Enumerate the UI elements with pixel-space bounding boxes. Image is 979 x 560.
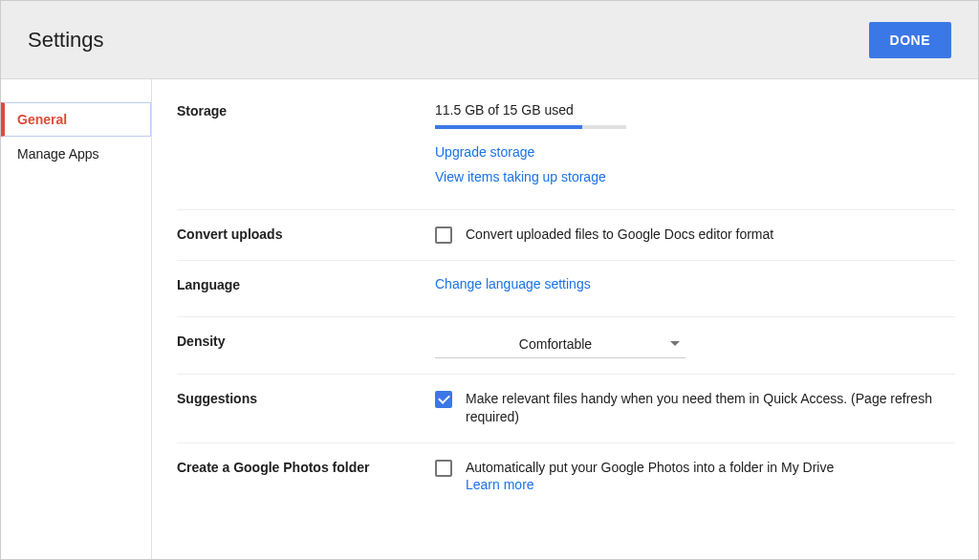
section-convert-uploads: Convert uploads Convert uploaded files t… xyxy=(177,210,955,261)
section-google-photos: Create a Google Photos folder Automatica… xyxy=(177,443,955,518)
photos-desc: Automatically put your Google Photos int… xyxy=(466,459,834,478)
settings-header: Settings DONE xyxy=(1,1,978,79)
photos-learn-more-link[interactable]: Learn more xyxy=(466,477,534,492)
storage-usage-text: 11.5 GB of 15 GB used xyxy=(435,102,955,118)
storage-progress-fill xyxy=(435,125,582,129)
suggestions-desc: Make relevant files handy when you need … xyxy=(466,390,955,427)
section-suggestions: Suggestions Make relevant files handy wh… xyxy=(177,375,955,443)
view-items-storage-link[interactable]: View items taking up storage xyxy=(435,169,955,184)
section-storage: Storage 11.5 GB of 15 GB used Upgrade st… xyxy=(177,102,955,210)
photos-label: Create a Google Photos folder xyxy=(177,459,435,503)
suggestions-label: Suggestions xyxy=(177,390,435,427)
storage-label: Storage xyxy=(177,102,435,194)
language-label: Language xyxy=(177,276,435,301)
density-value: Comfortable xyxy=(441,336,670,352)
suggestions-checkbox[interactable] xyxy=(435,391,452,408)
convert-uploads-checkbox[interactable] xyxy=(435,226,452,244)
storage-progress-bar xyxy=(435,125,626,129)
chevron-down-icon xyxy=(670,341,680,346)
section-language: Language Change language settings xyxy=(177,261,955,317)
sidebar-item-manage-apps[interactable]: Manage Apps xyxy=(1,137,151,171)
density-dropdown[interactable]: Comfortable xyxy=(435,333,685,358)
sidebar-item-general[interactable]: General xyxy=(1,102,151,137)
photos-checkbox[interactable] xyxy=(435,460,452,477)
density-label: Density xyxy=(177,333,435,358)
settings-content: Storage 11.5 GB of 15 GB used Upgrade st… xyxy=(152,79,978,559)
page-title: Settings xyxy=(28,28,104,53)
settings-body: General Manage Apps Storage 11.5 GB of 1… xyxy=(1,79,978,559)
section-density: Density Comfortable xyxy=(177,317,955,375)
done-button[interactable]: DONE xyxy=(869,22,951,58)
upgrade-storage-link[interactable]: Upgrade storage xyxy=(435,144,955,160)
convert-label: Convert uploads xyxy=(177,226,435,245)
convert-uploads-desc: Convert uploaded files to Google Docs ed… xyxy=(466,226,773,245)
sidebar: General Manage Apps xyxy=(1,79,152,559)
change-language-link[interactable]: Change language settings xyxy=(435,276,591,291)
